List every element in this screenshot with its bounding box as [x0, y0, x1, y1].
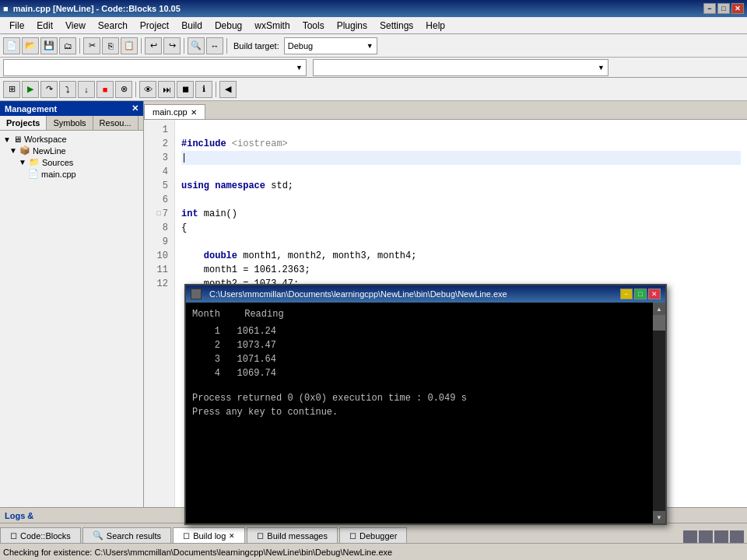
tab-symbols[interactable]: Symbols [47, 116, 93, 130]
console-row-1: 1 1061.24 [192, 324, 659, 338]
search-results-label: Search results [107, 531, 161, 541]
tab-codeblocks[interactable]: ◻ Code::Blocks [0, 527, 81, 543]
sep1 [79, 38, 80, 54]
management-title: Management [5, 104, 57, 114]
menu-bar: File Edit View Search Project Build Debu… [0, 17, 747, 34]
build-target-value: Debug [288, 41, 313, 51]
menu-build[interactable]: Build [175, 19, 209, 33]
codeblocks-tab-icon: ◻ [10, 530, 17, 541]
extra-btn1[interactable]: ◀ [219, 81, 237, 98]
undo-button[interactable]: ↩ [145, 37, 162, 54]
console-col2-header: Reading [244, 309, 283, 320]
console-titlebar: C:\Users\mmcmillan\Documents\learningcpp… [186, 285, 665, 303]
paste-button[interactable]: 📋 [121, 37, 138, 54]
build-log-icon: ◻ [183, 530, 190, 541]
indicator-2 [699, 530, 713, 543]
app-icon: ■ [3, 4, 9, 13]
break-button[interactable]: ⊗ [115, 81, 132, 98]
sep4 [226, 38, 227, 54]
menu-help[interactable]: Help [419, 19, 451, 33]
console-minimize-button[interactable]: − [620, 289, 633, 299]
minimize-button[interactable]: − [703, 3, 716, 14]
copy-button[interactable]: ⎘ [102, 37, 119, 54]
tree-sources[interactable]: ▼ 📁 Sources [3, 156, 140, 168]
console-maximize-button[interactable]: □ [634, 289, 647, 299]
build-target-dropdown[interactable]: Debug ▼ [284, 37, 377, 54]
redo-button[interactable]: ↪ [163, 37, 181, 54]
watch-button[interactable]: 👁 [139, 81, 156, 98]
left-panel: Management ✕ Projects Symbols Resou... ▼… [0, 101, 144, 507]
console-title: C:\Users\mmcmillan\Documents\learningcpp… [209, 289, 507, 299]
stop-button[interactable]: ■ [96, 81, 114, 98]
tab-build-log[interactable]: ◻ Build log ✕ [173, 527, 245, 543]
save-button[interactable]: 💾 [40, 37, 58, 54]
debug-continue-button[interactable]: ↷ [40, 81, 58, 98]
info-btn[interactable]: ℹ [195, 81, 212, 98]
menu-search[interactable]: Search [92, 19, 134, 33]
close-button[interactable]: ✕ [731, 3, 744, 14]
tab-resources[interactable]: Resou... [93, 116, 139, 130]
menu-tools[interactable]: Tools [296, 19, 331, 33]
menu-settings[interactable]: Settings [374, 19, 419, 33]
step-in-button[interactable]: ↓ [78, 81, 95, 98]
cut-button[interactable]: ✂ [83, 37, 100, 54]
tab-search-results[interactable]: 🔍 Search results [82, 527, 171, 543]
scroll-up-arrow[interactable]: ▲ [653, 303, 665, 315]
scroll-down-arrow[interactable]: ▼ [653, 511, 665, 523]
management-close-icon[interactable]: ✕ [132, 103, 139, 114]
build-log-close-icon[interactable]: ✕ [229, 532, 235, 540]
save-all-button[interactable]: 🗂 [59, 37, 76, 54]
tab-close-icon[interactable]: ✕ [191, 108, 197, 117]
menu-plugins[interactable]: Plugins [331, 19, 374, 33]
toolbar-row-1: 📄 📂 💾 🗂 ✂ ⎘ 📋 ↩ ↪ 🔍 ↔ Build target: Debu… [0, 34, 747, 58]
tab-build-messages[interactable]: ◻ Build messages [247, 527, 338, 543]
console-window: C:\Users\mmcmillan\Documents\learningcpp… [184, 284, 667, 525]
workspace-label: Workspace [24, 135, 67, 144]
new-button[interactable]: 📄 [3, 37, 20, 54]
tab-label: main.cpp [153, 107, 188, 117]
tree-newline[interactable]: ▼ 📦 NewLine [3, 145, 140, 156]
run-button[interactable]: ▶ [22, 81, 39, 98]
menu-file[interactable]: File [3, 19, 30, 33]
console-data-rows: 1 1061.24 2 1073.47 3 1071.64 4 1069.74 [192, 324, 659, 380]
indicator-4 [730, 530, 744, 543]
replace-button[interactable]: ↔ [206, 37, 223, 54]
bottom-tab-bar: ◻ Code::Blocks 🔍 Search results ◻ Build … [0, 523, 747, 543]
search-path-dropdown[interactable]: ▼ [3, 59, 307, 76]
console-col1-header: Month [192, 309, 220, 320]
plugin-btn1[interactable]: ⊞ [3, 81, 20, 98]
find-button[interactable]: 🔍 [188, 37, 205, 54]
editor-tab-main-cpp[interactable]: main.cpp ✕ [144, 104, 205, 119]
menu-project[interactable]: Project [134, 19, 175, 33]
sep3 [184, 38, 184, 54]
sep2 [141, 38, 142, 54]
menu-debug[interactable]: Debug [209, 19, 248, 33]
toolbar-row-2: ⊞ ▶ ↷ ⤵ ↓ ■ ⊗ 👁 ⏭ ◼ ℹ ◀ [0, 78, 747, 101]
next-btn[interactable]: ⏭ [158, 81, 175, 98]
logs-label: Logs & [5, 511, 33, 520]
codeblocks-tab-label: Code::Blocks [20, 531, 71, 541]
open-button[interactable]: 📂 [22, 37, 39, 54]
build-target-label: Build target: [233, 41, 279, 51]
checking-text: Checking for existence: C:\Users\mmcmill… [3, 548, 392, 557]
scroll-thumb[interactable] [653, 315, 665, 331]
tab-debugger[interactable]: ◻ Debugger [339, 527, 407, 543]
indicator-3 [714, 530, 728, 543]
tree-main-cpp[interactable]: 📄 main.cpp [3, 168, 140, 180]
menu-edit[interactable]: Edit [30, 19, 59, 33]
editor-tab-bar: main.cpp ✕ [144, 101, 747, 120]
build-messages-label: Build messages [267, 531, 328, 541]
menu-view[interactable]: View [59, 19, 92, 33]
scroll-track[interactable] [653, 315, 665, 511]
build-log-label: Build log [193, 531, 226, 541]
line-numbers: 1 2 3 4 5 6 □7 8 9 10 11 12 [144, 120, 175, 507]
tab-projects[interactable]: Projects [0, 116, 47, 130]
menu-wxsmith[interactable]: wxSmith [248, 19, 296, 33]
mem-btn[interactable]: ◼ [177, 81, 194, 98]
console-scrollbar[interactable]: ▲ ▼ [653, 303, 665, 523]
step-over-button[interactable]: ⤵ [59, 81, 76, 98]
maximize-button[interactable]: □ [717, 3, 730, 14]
search-target-dropdown[interactable]: ▼ [313, 59, 608, 76]
tree-workspace[interactable]: ▼ 🖥 Workspace [3, 134, 140, 145]
console-close-button[interactable]: ✕ [648, 289, 661, 299]
